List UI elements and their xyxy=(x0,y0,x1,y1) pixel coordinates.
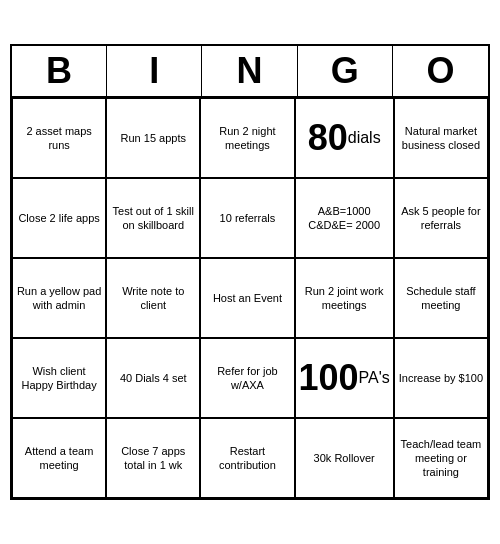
bingo-cell-2: Run 2 night meetings xyxy=(200,98,294,178)
bingo-cell-4: Natural market business closed xyxy=(394,98,488,178)
bingo-cell-18: 100PA's xyxy=(295,338,394,418)
bingo-cell-9: Ask 5 people for referrals xyxy=(394,178,488,258)
bingo-cell-17: Refer for job w/AXA xyxy=(200,338,294,418)
header-letter: I xyxy=(107,46,202,96)
bingo-cell-10: Run a yellow pad with admin xyxy=(12,258,106,338)
bingo-cell-15: Wish client Happy Birthday xyxy=(12,338,106,418)
header-letter: O xyxy=(393,46,488,96)
header-letter: B xyxy=(12,46,107,96)
bingo-cell-21: Close 7 apps total in 1 wk xyxy=(106,418,200,498)
bingo-cell-16: 40 Dials 4 set xyxy=(106,338,200,418)
header-letter: N xyxy=(202,46,297,96)
bingo-cell-19: Increase by $100 xyxy=(394,338,488,418)
bingo-cell-6: Test out of 1 skill on skillboard xyxy=(106,178,200,258)
header-letter: G xyxy=(298,46,393,96)
bingo-cell-8: A&B=1000 C&D&E= 2000 xyxy=(295,178,394,258)
bingo-cell-12: Host an Event xyxy=(200,258,294,338)
bingo-cell-13: Run 2 joint work meetings xyxy=(295,258,394,338)
bingo-cell-3: 80dials xyxy=(295,98,394,178)
bingo-cell-1: Run 15 appts xyxy=(106,98,200,178)
bingo-cell-14: Schedule staff meeting xyxy=(394,258,488,338)
bingo-cell-22: Restart contribution xyxy=(200,418,294,498)
bingo-cell-20: Attend a team meeting xyxy=(12,418,106,498)
bingo-cell-23: 30k Rollover xyxy=(295,418,394,498)
bingo-cell-5: Close 2 life apps xyxy=(12,178,106,258)
bingo-cell-0: 2 asset maps runs xyxy=(12,98,106,178)
bingo-card: BINGO 2 asset maps runsRun 15 apptsRun 2… xyxy=(10,44,490,500)
bingo-cell-24: Teach/lead team meeting or training xyxy=(394,418,488,498)
bingo-header: BINGO xyxy=(12,46,488,98)
bingo-cell-11: Write note to client xyxy=(106,258,200,338)
bingo-grid: 2 asset maps runsRun 15 apptsRun 2 night… xyxy=(12,98,488,498)
bingo-cell-7: 10 referrals xyxy=(200,178,294,258)
